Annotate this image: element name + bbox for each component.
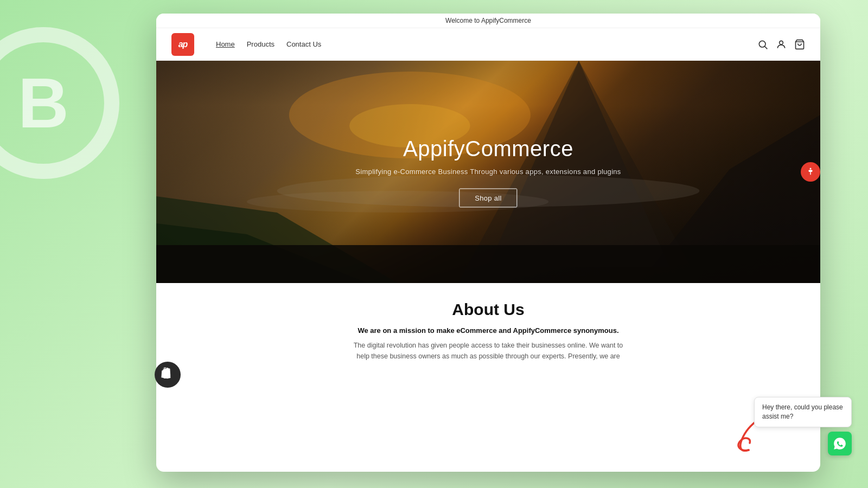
user-icon[interactable] [776, 39, 787, 50]
nav-icons [757, 39, 805, 50]
accessibility-button[interactable] [801, 162, 820, 182]
svg-point-15 [810, 168, 812, 170]
svg-text:S: S [163, 374, 167, 380]
navbar: ap Home Products Contact Us [156, 28, 820, 61]
svg-point-3 [780, 41, 783, 44]
cart-icon[interactable] [794, 39, 805, 50]
browser-window: Welcome to AppifyCommerce ap Home Produc… [156, 14, 820, 472]
hero-title: AppifyCommerce [355, 137, 621, 161]
about-title: About Us [167, 300, 809, 319]
nav-link-home[interactable]: Home [216, 40, 235, 48]
about-highlight: We are on a mission to make eCommerce an… [167, 326, 809, 335]
shop-all-button[interactable]: Shop all [459, 189, 517, 208]
announcement-bar: Welcome to AppifyCommerce [156, 14, 820, 28]
nav-links: Home Products Contact Us [216, 40, 757, 48]
announcement-text: Welcome to AppifyCommerce [445, 17, 531, 24]
whatsapp-widget: Hey there, could you please assist me? [754, 397, 852, 455]
about-body: The digital revolution has given people … [347, 340, 629, 362]
about-section: About Us We are on a mission to make eCo… [156, 283, 820, 373]
svg-point-1 [759, 41, 765, 47]
b-letter: B [18, 68, 69, 138]
chat-bubble: Hey there, could you please assist me? [754, 397, 852, 427]
background-b-logo: B [0, 27, 119, 179]
whatsapp-icon [833, 436, 847, 451]
nav-link-products[interactable]: Products [247, 40, 275, 48]
accessibility-icon [806, 167, 815, 177]
hero-subtitle: Simplifying e-Commerce Business Through … [355, 168, 621, 176]
nav-link-contact[interactable]: Contact Us [286, 40, 321, 48]
search-icon[interactable] [757, 39, 768, 50]
shopify-badge[interactable]: S [155, 362, 181, 388]
whatsapp-button[interactable] [828, 432, 852, 455]
logo-box: ap [171, 33, 194, 56]
svg-line-2 [765, 46, 768, 49]
shopify-icon: S [160, 367, 175, 382]
hero-section: AppifyCommerce Simplifying e-Commerce Bu… [156, 61, 820, 283]
navbar-logo[interactable]: ap [171, 33, 194, 56]
svg-rect-12 [156, 245, 820, 283]
hero-content: AppifyCommerce Simplifying e-Commerce Bu… [355, 137, 621, 208]
